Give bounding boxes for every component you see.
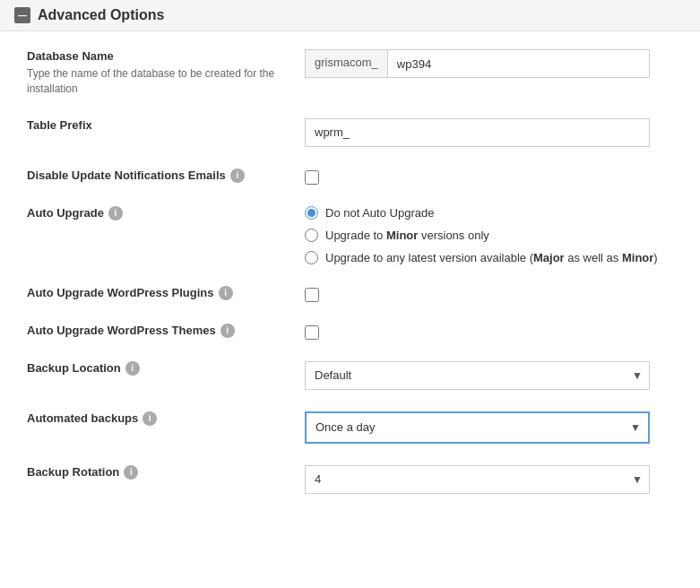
auto-upgrade-themes-label: Auto Upgrade WordPress Themes i xyxy=(27,324,287,338)
backup-rotation-label: Backup Rotation i xyxy=(27,465,287,480)
automated-backups-label: Automated backups i xyxy=(27,411,287,426)
automated-backups-info-icon[interactable]: i xyxy=(143,411,157,426)
auto-upgrade-themes-info-icon[interactable]: i xyxy=(220,324,235,338)
automated-backups-row: Automated backups i Once a day Twice a d… xyxy=(27,411,673,444)
auto-upgrade-radio-group: Do not Auto Upgrade Upgrade to Minor ver… xyxy=(305,206,658,264)
auto-upgrade-themes-row: Auto Upgrade WordPress Themes i xyxy=(27,324,673,340)
database-name-description: Type the name of the database to be crea… xyxy=(27,66,287,97)
database-prefix: grismacom_ xyxy=(305,49,387,78)
disable-update-notifications-row: Disable Update Notifications Emails i xyxy=(27,169,673,185)
minor-bold2: Minor xyxy=(622,251,653,264)
table-prefix-row: Table Prefix xyxy=(27,118,673,147)
backup-rotation-select[interactable]: 1 2 3 4 5 10 xyxy=(305,465,650,494)
auto-upgrade-label-col: Auto Upgrade i xyxy=(27,206,305,220)
table-prefix-input[interactable] xyxy=(305,118,650,147)
auto-upgrade-minor-radio[interactable] xyxy=(305,229,318,242)
auto-upgrade-no-label: Do not Auto Upgrade xyxy=(325,206,434,220)
auto-upgrade-themes-checkbox[interactable] xyxy=(305,325,319,340)
automated-backups-label-col: Automated backups i xyxy=(27,411,305,426)
auto-upgrade-any-radio[interactable] xyxy=(305,251,318,264)
backup-rotation-control: 1 2 3 4 5 10 ▼ xyxy=(305,465,673,494)
auto-upgrade-option-none: Do not Auto Upgrade xyxy=(305,206,658,220)
auto-upgrade-no-radio[interactable] xyxy=(305,206,318,220)
collapse-icon[interactable]: — xyxy=(14,7,30,23)
table-prefix-label: Table Prefix xyxy=(27,118,287,132)
table-prefix-control xyxy=(305,118,673,147)
auto-upgrade-info-icon[interactable]: i xyxy=(108,206,123,220)
advanced-options-header: — Advanced Options xyxy=(0,0,700,31)
database-name-input[interactable] xyxy=(387,49,650,78)
backup-location-label-col: Backup Location i xyxy=(27,361,305,376)
automated-backups-select-wrapper: Once a day Twice a day Once a week Disab… xyxy=(305,411,650,444)
auto-upgrade-plugins-label: Auto Upgrade WordPress Plugins i xyxy=(27,286,287,300)
auto-upgrade-themes-control xyxy=(305,324,673,340)
database-name-group: grismacom_ xyxy=(305,49,650,78)
auto-upgrade-plugins-label-col: Auto Upgrade WordPress Plugins i xyxy=(27,286,305,300)
auto-upgrade-label: Auto Upgrade i xyxy=(27,206,287,220)
major-bold: Major xyxy=(533,251,565,264)
automated-backups-select[interactable]: Once a day Twice a day Once a week Disab… xyxy=(307,413,648,442)
page-title: Advanced Options xyxy=(38,7,164,23)
auto-upgrade-themes-label-col: Auto Upgrade WordPress Themes i xyxy=(27,324,305,338)
auto-upgrade-minor-label: Upgrade to Minor versions only xyxy=(325,229,489,242)
backup-rotation-row: Backup Rotation i 1 2 3 4 5 10 ▼ xyxy=(27,465,673,494)
auto-upgrade-plugins-row: Auto Upgrade WordPress Plugins i xyxy=(27,286,673,302)
backup-location-info-icon[interactable]: i xyxy=(125,361,140,376)
form-content: Database Name Type the name of the datab… xyxy=(0,31,700,533)
auto-upgrade-any-label: Upgrade to any latest version available … xyxy=(325,251,658,264)
table-prefix-label-col: Table Prefix xyxy=(27,118,305,132)
auto-upgrade-plugins-control xyxy=(305,286,673,302)
automated-backups-control: Once a day Twice a day Once a week Disab… xyxy=(305,411,673,444)
disable-update-label: Disable Update Notifications Emails i xyxy=(27,169,287,183)
backup-rotation-select-wrapper: 1 2 3 4 5 10 ▼ xyxy=(305,465,650,494)
auto-upgrade-option-any: Upgrade to any latest version available … xyxy=(305,251,658,264)
database-name-label-col: Database Name Type the name of the datab… xyxy=(27,49,305,97)
backup-rotation-info-icon[interactable]: i xyxy=(124,465,138,480)
auto-upgrade-plugins-info-icon[interactable]: i xyxy=(219,286,233,300)
auto-upgrade-option-minor: Upgrade to Minor versions only xyxy=(305,229,658,242)
database-name-row: Database Name Type the name of the datab… xyxy=(27,49,673,97)
disable-update-info-icon[interactable]: i xyxy=(230,169,245,183)
backup-location-select-wrapper: Default Remote FTP Dropbox Amazon S3 ▼ xyxy=(305,361,650,390)
database-name-label: Database Name xyxy=(27,49,287,63)
disable-update-checkbox[interactable] xyxy=(305,170,319,185)
backup-location-row: Backup Location i Default Remote FTP Dro… xyxy=(27,361,673,390)
backup-location-control: Default Remote FTP Dropbox Amazon S3 ▼ xyxy=(305,361,673,390)
backup-location-label: Backup Location i xyxy=(27,361,287,376)
minor-bold: Minor xyxy=(386,229,418,242)
auto-upgrade-control: Do not Auto Upgrade Upgrade to Minor ver… xyxy=(305,206,673,264)
auto-upgrade-plugins-checkbox[interactable] xyxy=(305,288,319,302)
auto-upgrade-row: Auto Upgrade i Do not Auto Upgrade Upgra… xyxy=(27,206,673,264)
backup-rotation-label-col: Backup Rotation i xyxy=(27,465,305,480)
database-name-control: grismacom_ xyxy=(305,49,673,78)
disable-update-label-col: Disable Update Notifications Emails i xyxy=(27,169,305,183)
disable-update-control xyxy=(305,169,673,185)
backup-location-select[interactable]: Default Remote FTP Dropbox Amazon S3 xyxy=(305,361,650,390)
